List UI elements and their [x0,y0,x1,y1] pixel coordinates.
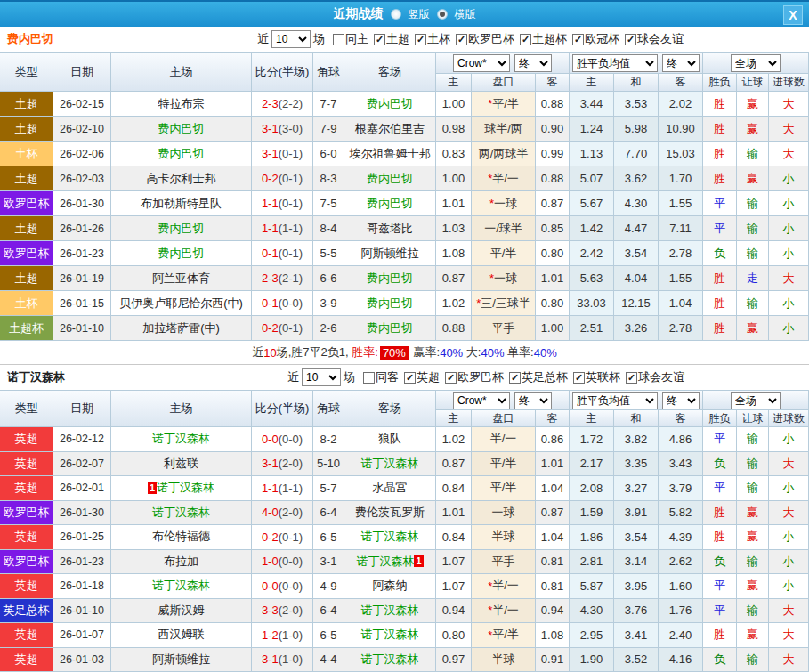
halftime-score: (3-0) [279,122,303,135]
league-checkbox-5[interactable] [625,34,636,45]
league-checkbox-0[interactable] [404,372,416,384]
team-label: 费内巴切 [158,221,205,237]
league-label-5: 球会友谊 [637,31,684,47]
league-label-1: 欧罗巴杯 [457,369,504,385]
same-venue-checkbox[interactable] [363,372,375,384]
match-score: 0-0(0-0) [252,427,313,452]
final-select-1[interactable]: 终 [514,54,552,72]
avg-away: 10.90 [659,117,703,142]
goals-result-cell: 大 [769,266,809,291]
avg-away: 1.04 [659,291,703,316]
match-count-select[interactable]: 10 [302,368,341,386]
goals-result-cell: 小 [769,191,809,216]
match-row: 土杯26-01-15贝伊奥卢耶尼恰尔西(中)0-1(0-0)3-9费内巴切1.0… [0,291,809,316]
halftime-score: (2-0) [279,506,303,519]
away-team: 费内巴切 [344,316,436,341]
avg-draw: 3.26 [614,316,659,341]
same-venue-checkbox[interactable] [333,34,344,45]
away-team: 阿斯顿维拉 [344,241,436,266]
match-row: 英超26-02-12诺丁汉森林0-0(0-0)8-2狼队1.02半/一0.861… [0,427,809,452]
away-team: 哥兹塔比 [344,216,436,241]
match-row: 土超26-01-19阿兰亚体育2-3(2-1)6-6费内巴切0.87*一球1.0… [0,266,809,291]
radio-vertical[interactable] [391,9,401,20]
halftime-score: (1-1) [279,222,303,235]
league-checkbox-1[interactable] [445,372,457,384]
final-select-2[interactable]: 终 [662,392,700,409]
col-header-odds_away: 客 [536,74,570,92]
avg-select[interactable]: 胜平负均值 [572,392,658,409]
avg-home: 1.72 [570,427,614,452]
close-icon[interactable]: X [783,5,803,25]
league-checkbox-2[interactable] [456,34,467,45]
fulltime-score: 3-1 [262,147,279,160]
avg-home: 2.81 [570,550,614,575]
radio-horizontal[interactable] [437,9,448,20]
match-score: 3-1(0-1) [252,142,313,166]
match-row: 英超26-01-07西汉姆联1-2(1-0)6-5诺丁汉森林0.80*平/半1.… [0,623,809,648]
radio-horizontal-label[interactable]: 横版 [455,7,476,22]
avg-home: 2.42 [570,241,614,266]
handicap-result-cell: 输 [737,476,769,501]
match-score: 1-0(0-0) [252,550,313,575]
avg-home: 1.86 [570,525,614,550]
result-cell: 胜 [703,291,737,316]
result-cell: 负 [703,241,737,266]
league-label-1: 土杯 [427,31,450,47]
scope-select[interactable]: 全场 [731,54,781,72]
odds-away: 0.88 [536,166,570,191]
result-cell: 负 [703,550,737,575]
col-header-type: 类型 [0,391,53,427]
final-select-2[interactable]: 终 [662,54,700,72]
final-select-1[interactable]: 终 [514,392,552,409]
league-checkbox-4[interactable] [626,372,637,384]
radio-vertical-label[interactable]: 竖版 [409,7,430,22]
col-header-handicap_result: 让球 [737,410,769,427]
avg-select[interactable]: 胜平负均值 [572,54,658,72]
avg-away: 4.16 [659,648,703,672]
match-date: 26-02-06 [53,142,111,166]
handicap-line: 一球 [472,501,536,526]
avg-away: 2.02 [659,92,703,117]
avg-home: 1.90 [570,648,614,672]
col-header-handicap: 盘口 [472,410,536,427]
goals-result-cell: 小 [769,291,809,316]
avg-away: 2.62 [659,550,703,575]
col-header-type: 类型 [0,53,53,92]
match-type-badge: 欧罗巴杯 [0,550,53,575]
company-select[interactable]: Crow* [453,392,510,409]
match-type-badge: 英超 [0,476,53,501]
odds-home: 0.94 [436,599,472,624]
away-team: 诺丁汉森林1 [344,550,436,575]
league-checkbox-1[interactable] [415,34,426,45]
league-checkbox-0[interactable] [374,34,385,45]
fulltime-score: 1-1 [262,482,279,495]
scope-select[interactable]: 全场 [731,392,781,409]
avg-draw: 3.82 [614,427,659,452]
corner-count: 6-0 [313,142,344,166]
league-checkbox-2[interactable] [509,372,521,384]
league-checkbox-3[interactable] [520,34,531,45]
fulltime-score: 2-3 [262,271,279,285]
odds-away: 0.87 [536,191,570,216]
company-select[interactable]: Crow* [453,54,510,72]
avg-draw: 7.70 [614,142,659,166]
match-count-select[interactable]: 10 [271,30,311,48]
match-score: 0-2(0-1) [252,166,313,191]
avg-away: 3.79 [659,476,703,501]
home-team: 诺丁汉森林 [111,427,252,452]
halftime-score: (0-0) [279,433,303,446]
result-cell: 胜 [703,142,737,166]
odds-away: 0.80 [536,241,570,266]
result-cell: 平 [703,476,737,501]
match-row: 土超26-02-03高卡尔利士邦0-2(0-1)8-3费内巴切1.00*半/一0… [0,166,809,191]
col-header-score: 比分(半场) [252,391,313,427]
header-dropdown-group: 全场 [703,391,809,410]
goals-result-cell: 大 [769,92,809,117]
avg-draw: 3.41 [614,623,659,648]
league-checkbox-3[interactable] [573,372,585,384]
league-label-4: 欧冠杯 [585,31,619,47]
away-team: 费伦茨瓦罗斯 [344,501,436,526]
handicap-result-cell: 赢 [737,166,769,191]
league-checkbox-4[interactable] [572,34,584,45]
odds-away: 1.08 [536,623,570,648]
